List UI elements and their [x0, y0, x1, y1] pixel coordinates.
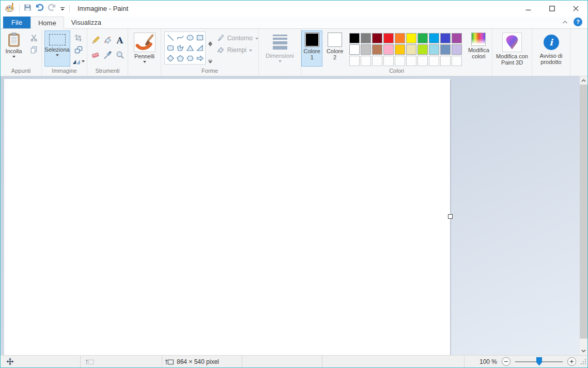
cut-button[interactable]	[28, 33, 40, 43]
shape-right-triangle[interactable]	[195, 43, 205, 53]
zoom-out-button[interactable]	[502, 357, 510, 366]
paint3d-button[interactable]: Modifica con Paint 3D	[493, 30, 531, 67]
undo-button[interactable]	[35, 4, 44, 13]
zoom-slider-thumb[interactable]	[536, 357, 542, 366]
shapes-scroll-up-button[interactable]	[208, 33, 212, 42]
eraser-icon	[91, 51, 100, 59]
fill-tool-button[interactable]	[102, 34, 113, 47]
palette-swatch[interactable]	[406, 44, 416, 55]
select-button[interactable]: Seleziona	[44, 30, 70, 67]
shape-pentagon[interactable]	[175, 53, 185, 63]
palette-swatch[interactable]	[395, 33, 405, 43]
resize-grip[interactable]	[580, 358, 586, 366]
shape-arrow-right[interactable]	[195, 53, 205, 63]
palette-swatch[interactable]	[417, 44, 428, 55]
pencil-tool-button[interactable]	[89, 34, 101, 47]
palette-swatch[interactable]	[417, 33, 428, 43]
tab-visualizza[interactable]: Visualizza	[64, 17, 109, 28]
eraser-tool-button[interactable]	[89, 48, 101, 61]
color1-button[interactable]: Colore 1	[301, 30, 322, 67]
shape-polygon[interactable]	[175, 43, 185, 53]
palette-swatch[interactable]	[429, 33, 439, 43]
shape-ellipse[interactable]	[185, 33, 195, 43]
redo-button[interactable]	[48, 4, 56, 13]
palette-swatch[interactable]	[383, 33, 394, 43]
group-dimensioni: Dimensioni	[259, 29, 301, 76]
group-label-colori: Colori	[301, 68, 492, 76]
help-icon[interactable]: ?	[574, 18, 582, 26]
palette-swatch[interactable]	[452, 33, 462, 43]
palette-swatch[interactable]	[372, 44, 382, 55]
product-alert-button[interactable]: i Avviso di prodotto	[534, 30, 569, 67]
palette-swatch[interactable]	[349, 33, 360, 43]
scissors-icon	[30, 34, 38, 42]
size-button[interactable]: Dimensioni	[262, 30, 298, 67]
zoom-in-button[interactable]	[567, 357, 576, 366]
palette-swatch[interactable]	[395, 44, 405, 55]
chevron-down-icon	[249, 50, 252, 52]
collapse-ribbon-icon[interactable]	[562, 17, 568, 26]
palette-swatch-empty[interactable]	[406, 56, 416, 66]
color2-button[interactable]: Colore 2	[324, 30, 345, 67]
brushes-button[interactable]: Pennelli	[130, 30, 159, 67]
palette-swatch-empty[interactable]	[395, 56, 405, 66]
vertical-scrollbar[interactable]	[580, 76, 587, 355]
copy-button[interactable]	[28, 44, 40, 55]
shape-diamond[interactable]	[165, 53, 175, 63]
palette-swatch[interactable]	[440, 44, 451, 55]
text-icon: A	[117, 36, 123, 45]
paste-button[interactable]: Incolla	[2, 30, 26, 67]
tab-file[interactable]: File	[3, 17, 30, 28]
customize-quick-access-icon[interactable]	[60, 4, 65, 13]
palette-swatch[interactable]	[361, 44, 371, 55]
rotate-button[interactable]	[72, 56, 85, 67]
palette-swatch[interactable]	[429, 44, 439, 55]
resize-button[interactable]	[72, 44, 85, 55]
palette-swatch-empty[interactable]	[361, 56, 371, 66]
shape-curve[interactable]	[175, 33, 185, 43]
maximize-button[interactable]	[540, 1, 564, 17]
image-size-segment: 864 × 540 pixel	[162, 356, 242, 367]
tab-home[interactable]: Home	[30, 17, 64, 29]
close-button[interactable]	[564, 1, 587, 17]
shapes-more-button[interactable]	[208, 60, 212, 63]
crop-button[interactable]	[72, 33, 85, 43]
palette-swatch-empty[interactable]	[349, 56, 360, 66]
palette-swatch-empty[interactable]	[372, 56, 382, 66]
paint-logo-icon[interactable]	[5, 3, 15, 14]
palette-swatch[interactable]	[406, 33, 416, 43]
magnifier-tool-button[interactable]	[114, 48, 126, 61]
canvas[interactable]	[4, 79, 450, 355]
palette-swatch-empty[interactable]	[383, 56, 394, 66]
minimize-button[interactable]	[516, 1, 540, 17]
palette-swatch[interactable]	[372, 33, 382, 43]
status-segment	[242, 356, 322, 367]
palette-swatch[interactable]	[361, 33, 371, 43]
shape-line[interactable]	[165, 33, 175, 43]
outline-button[interactable]: Contorno	[216, 34, 258, 42]
palette-swatch-empty[interactable]	[440, 56, 451, 66]
palette-swatch[interactable]	[383, 44, 394, 55]
scrollbar-thumb[interactable]	[580, 85, 587, 339]
palette-swatch[interactable]	[349, 44, 360, 55]
palette-swatch[interactable]	[440, 33, 451, 43]
palette-swatch-empty[interactable]	[417, 56, 428, 66]
scroll-up-button[interactable]	[580, 76, 587, 85]
group-pennelli: Pennelli	[128, 29, 161, 76]
palette-swatch[interactable]	[452, 44, 462, 55]
fill-button[interactable]: Riempi	[216, 46, 258, 54]
save-button[interactable]	[24, 4, 32, 13]
edit-colors-button[interactable]: Modifica colori	[466, 30, 492, 67]
shape-hexagon[interactable]	[185, 53, 195, 63]
shapes-scroll-down-button[interactable]	[208, 46, 212, 56]
palette-swatch-empty[interactable]	[429, 56, 439, 66]
color-picker-tool-button[interactable]	[102, 48, 113, 61]
shape-triangle[interactable]	[185, 43, 195, 53]
zoom-slider[interactable]	[515, 361, 563, 362]
shape-rounded-rectangle[interactable]	[165, 43, 175, 53]
palette-swatch-empty[interactable]	[452, 56, 462, 66]
scroll-down-button[interactable]	[580, 347, 587, 355]
shape-rectangle[interactable]	[195, 33, 205, 43]
canvas-resize-handle[interactable]	[448, 214, 453, 219]
text-tool-button[interactable]: A	[114, 34, 126, 47]
